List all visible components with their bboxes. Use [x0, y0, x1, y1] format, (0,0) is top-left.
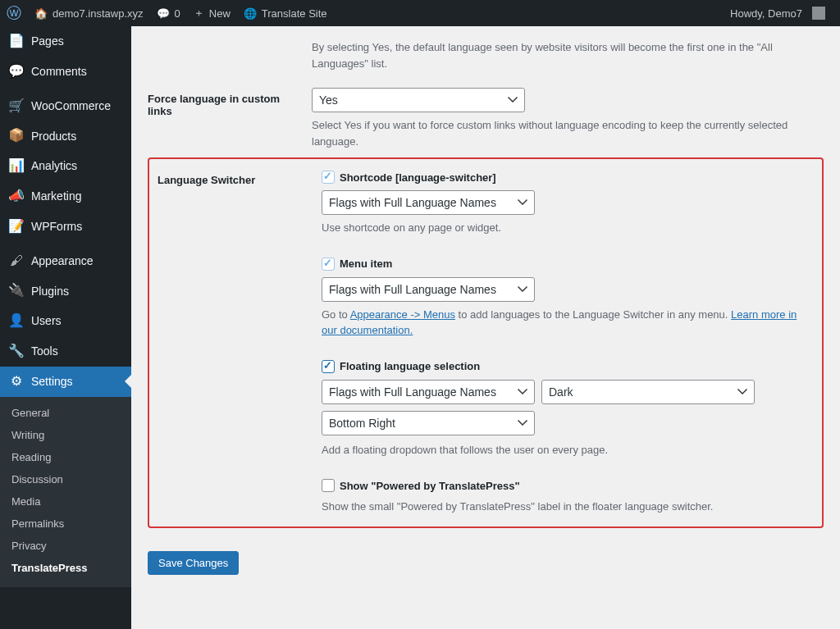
submenu-general[interactable]: General — [0, 402, 131, 424]
floating-position-select[interactable]: Bottom Right — [322, 411, 535, 435]
page-icon: 📄 — [8, 33, 25, 50]
powered-desc: Show the small "Powered by TranslatePres… — [322, 499, 809, 515]
powered-block: Show "Powered by TranslatePress" Show th… — [322, 479, 809, 515]
force-links-desc: Select Yes if you want to force custom l… — [312, 117, 824, 149]
sidebar-item-label: Pages — [31, 34, 64, 48]
comments-link[interactable]: 💬 0 — [150, 0, 187, 26]
sidebar-item-comments[interactable]: 💬Comments — [0, 57, 131, 87]
settings-content: By selecting Yes, the default language s… — [131, 26, 840, 629]
floating-block: Floating language selection Flags with F… — [322, 360, 809, 458]
sidebar-item-analytics[interactable]: 📊Analytics — [0, 151, 131, 181]
sidebar-item-label: Comments — [31, 64, 87, 79]
submenu-permalinks[interactable]: Permalinks — [0, 513, 131, 535]
default-language-desc: By selecting Yes, the default language s… — [312, 39, 824, 71]
my-account-link[interactable]: Howdy, Demo7 — [724, 0, 832, 26]
sidebar-item-settings[interactable]: ⚙Settings — [0, 367, 131, 397]
comments-count: 0 — [175, 7, 180, 20]
plugins-icon: 🔌 — [8, 282, 25, 299]
adminbar: ⓦ 🏠 demo7.instawp.xyz 💬 0 ＋ New 🌐 Transl… — [0, 0, 840, 26]
sidebar-item-label: Users — [31, 313, 62, 328]
force-links-row: Force language in custom links Yes Selec… — [148, 80, 824, 157]
sidebar-item-tools[interactable]: 🔧Tools — [0, 336, 131, 367]
wordpress-icon: ⓦ — [7, 3, 21, 23]
settings-submenu: General Writing Reading Discussion Media… — [0, 397, 131, 587]
translate-label: Translate Site — [262, 7, 327, 20]
shortcode-desc: Use shortcode on any page or widget. — [322, 220, 809, 236]
comment-icon: 💬 — [8, 63, 25, 80]
sidebar-item-plugins[interactable]: 🔌Plugins — [0, 276, 131, 306]
howdy-label: Howdy, Demo7 — [730, 7, 802, 20]
force-links-label: Force language in custom links — [148, 88, 312, 117]
shortcode-checkbox[interactable] — [322, 171, 335, 184]
language-switcher-label: Language Switcher — [158, 171, 322, 186]
language-switcher-box: Language Switcher Shortcode [language-sw… — [148, 157, 824, 528]
new-content-link[interactable]: ＋ New — [187, 0, 237, 26]
powered-label: Show "Powered by TranslatePress" — [340, 480, 520, 492]
sidebar-item-label: WPForms — [31, 219, 82, 234]
floating-theme-select[interactable]: Dark — [541, 380, 755, 404]
powered-checkbox[interactable] — [322, 479, 335, 492]
users-icon: 👤 — [8, 312, 25, 330]
sidebar-item-pages[interactable]: 📄Pages — [0, 26, 131, 57]
sidebar-item-label: Appearance — [31, 253, 94, 268]
products-icon: 📦 — [8, 127, 25, 144]
sidebar-item-appearance[interactable]: 🖌Appearance — [0, 246, 131, 276]
sidebar-item-label: Settings — [31, 374, 73, 389]
menuitem-label: Menu item — [340, 258, 392, 270]
floating-desc: Add a floating dropdown that follows the… — [322, 442, 809, 458]
sidebar-item-users[interactable]: 👤Users — [0, 306, 131, 336]
floating-checkbox[interactable] — [322, 360, 335, 373]
menuitem-block: Menu item Flags with Full Language Names… — [322, 258, 809, 339]
sidebar-item-woocommerce[interactable]: 🛒WooCommerce — [0, 91, 131, 121]
site-home-link[interactable]: 🏠 demo7.instawp.xyz — [28, 0, 150, 26]
translate-site-link[interactable]: 🌐 Translate Site — [237, 0, 334, 26]
submenu-translatepress[interactable]: TranslatePress — [0, 557, 131, 579]
sidebar-item-label: Marketing — [31, 189, 81, 203]
home-icon: 🏠 — [34, 7, 48, 20]
shortcode-block: Shortcode [language-switcher] Flags with… — [322, 171, 809, 236]
submenu-reading[interactable]: Reading — [0, 446, 131, 468]
floating-style-select[interactable]: Flags with Full Language Names — [322, 380, 535, 404]
wp-logo[interactable]: ⓦ — [0, 0, 28, 26]
avatar — [812, 7, 825, 20]
floating-label: Floating language selection — [340, 360, 480, 372]
force-links-select[interactable]: Yes — [312, 88, 525, 112]
sidebar-item-label: Plugins — [31, 284, 69, 299]
menuitem-style-select[interactable]: Flags with Full Language Names — [322, 277, 535, 302]
admin-sidebar: 📄Pages 💬Comments 🛒WooCommerce 📦Products … — [0, 26, 131, 629]
wpforms-icon: 📝 — [8, 218, 25, 235]
sidebar-item-wpforms[interactable]: 📝WPForms — [0, 212, 131, 242]
menuitem-desc: Go to Appearance -> Menus to add languag… — [322, 307, 809, 339]
woo-icon: 🛒 — [8, 98, 25, 115]
comment-icon: 💬 — [157, 7, 170, 20]
shortcode-label: Shortcode [language-switcher] — [340, 171, 496, 184]
plus-icon: ＋ — [194, 6, 204, 21]
appearance-icon: 🖌 — [8, 253, 25, 270]
menuitem-checkbox[interactable] — [322, 258, 335, 271]
site-title: demo7.instawp.xyz — [52, 7, 144, 20]
analytics-icon: 📊 — [8, 157, 25, 175]
default-language-row: By selecting Yes, the default language s… — [148, 26, 824, 80]
sidebar-item-label: Products — [31, 129, 76, 144]
sidebar-item-label: Analytics — [31, 158, 77, 173]
appearance-menus-link[interactable]: Appearance -> Menus — [350, 308, 455, 321]
tools-icon: 🔧 — [8, 343, 25, 360]
new-label: New — [209, 7, 231, 20]
translate-icon: 🌐 — [244, 7, 257, 20]
save-button[interactable]: Save Changes — [148, 551, 239, 575]
settings-icon: ⚙ — [8, 373, 25, 390]
submenu-privacy[interactable]: Privacy — [0, 535, 131, 557]
sidebar-item-products[interactable]: 📦Products — [0, 121, 131, 151]
shortcode-style-select[interactable]: Flags with Full Language Names — [322, 190, 535, 215]
submenu-writing[interactable]: Writing — [0, 424, 131, 446]
sidebar-item-label: WooCommerce — [31, 98, 111, 113]
sidebar-item-label: Tools — [31, 344, 58, 358]
sidebar-item-marketing[interactable]: 📣Marketing — [0, 181, 131, 212]
submenu-media[interactable]: Media — [0, 490, 131, 513]
marketing-icon: 📣 — [8, 188, 25, 205]
submenu-discussion[interactable]: Discussion — [0, 468, 131, 490]
